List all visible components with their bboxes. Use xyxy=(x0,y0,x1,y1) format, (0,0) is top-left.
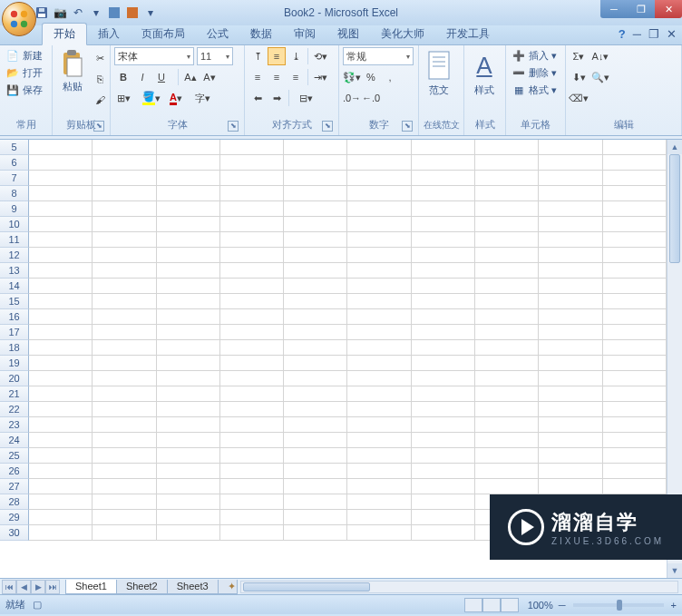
cell[interactable] xyxy=(220,494,284,510)
bold-button[interactable]: B xyxy=(114,68,132,86)
cell[interactable] xyxy=(93,309,156,325)
cell[interactable] xyxy=(412,479,475,494)
cell[interactable] xyxy=(412,371,475,386)
cell[interactable] xyxy=(93,340,156,356)
cell[interactable] xyxy=(29,248,93,263)
cell[interactable] xyxy=(157,140,220,155)
cell[interactable] xyxy=(93,386,156,402)
cell[interactable] xyxy=(475,294,539,309)
cell[interactable] xyxy=(412,294,475,309)
cell[interactable] xyxy=(220,279,284,294)
cell[interactable] xyxy=(220,140,284,155)
align-right-button[interactable]: ≡ xyxy=(287,68,305,86)
hscroll-thumb[interactable] xyxy=(243,582,370,592)
cell[interactable] xyxy=(284,217,347,232)
cell[interactable] xyxy=(539,386,602,402)
find-button[interactable]: 🔍▾ xyxy=(589,68,612,86)
cell[interactable] xyxy=(412,525,475,541)
row-header[interactable]: 26 xyxy=(0,464,29,479)
delete-cells-button[interactable]: ➖删除 ▾ xyxy=(510,64,559,81)
cell[interactable] xyxy=(347,263,411,279)
row-header[interactable]: 9 xyxy=(0,201,29,217)
cell[interactable] xyxy=(347,494,411,510)
cell[interactable] xyxy=(220,201,284,217)
cell[interactable] xyxy=(347,371,411,386)
maximize-button[interactable]: ❐ xyxy=(628,0,655,18)
cell[interactable] xyxy=(603,294,667,309)
cell[interactable] xyxy=(29,510,93,525)
cell[interactable] xyxy=(284,464,347,479)
cell[interactable] xyxy=(284,525,347,541)
cell[interactable] xyxy=(157,171,220,186)
cell[interactable] xyxy=(93,402,156,417)
copy-button[interactable]: ⎘ xyxy=(91,70,109,88)
font-color-button[interactable]: A▾ xyxy=(164,89,188,107)
cell[interactable] xyxy=(157,217,220,232)
cell[interactable] xyxy=(412,263,475,279)
cell[interactable] xyxy=(284,294,347,309)
decrease-indent-button[interactable]: ⬅ xyxy=(248,89,267,107)
cell[interactable] xyxy=(29,433,93,448)
open-button[interactable]: 📂打开 xyxy=(4,64,44,81)
cell[interactable] xyxy=(157,448,220,464)
align-bottom-button[interactable]: ⤓ xyxy=(287,47,305,65)
cell[interactable] xyxy=(412,356,475,371)
cell[interactable] xyxy=(347,248,411,263)
cell[interactable] xyxy=(347,340,411,356)
align-middle-button[interactable]: ≡ xyxy=(268,47,286,65)
cell[interactable] xyxy=(603,325,667,340)
percent-button[interactable]: % xyxy=(362,68,380,86)
tab-developer[interactable]: 开发工具 xyxy=(435,24,501,44)
cell[interactable] xyxy=(220,232,284,248)
cell[interactable] xyxy=(475,171,539,186)
tab-review[interactable]: 审阅 xyxy=(283,24,326,44)
cell-styles-button[interactable]: A 样式 xyxy=(468,47,501,99)
macro-record-icon[interactable]: ▢ xyxy=(33,599,42,611)
cell[interactable] xyxy=(157,402,220,417)
cell[interactable] xyxy=(157,325,220,340)
cell[interactable] xyxy=(347,356,411,371)
cell[interactable] xyxy=(220,248,284,263)
tab-beautify[interactable]: 美化大师 xyxy=(370,24,435,44)
cell[interactable] xyxy=(220,217,284,232)
cell[interactable] xyxy=(157,263,220,279)
cell[interactable] xyxy=(93,248,156,263)
page-break-view-button[interactable] xyxy=(501,598,519,612)
row-header[interactable]: 19 xyxy=(0,356,29,371)
font-name-combo[interactable]: 宋体▾ xyxy=(114,47,194,65)
cell[interactable] xyxy=(93,525,156,541)
cell[interactable] xyxy=(284,510,347,525)
cell[interactable] xyxy=(29,494,93,510)
cell[interactable] xyxy=(93,186,156,201)
cell[interactable] xyxy=(412,309,475,325)
cell[interactable] xyxy=(284,417,347,433)
cell[interactable] xyxy=(539,340,602,356)
cell[interactable] xyxy=(157,371,220,386)
increase-decimal-button[interactable]: .0→ xyxy=(343,89,361,107)
zoom-out-button[interactable]: ─ xyxy=(559,600,566,611)
cell[interactable] xyxy=(29,309,93,325)
sheet-tab-3[interactable]: Sheet3 xyxy=(167,580,219,594)
cell[interactable] xyxy=(157,494,220,510)
help-icon[interactable]: ? xyxy=(619,27,626,41)
cell[interactable] xyxy=(284,140,347,155)
cell[interactable] xyxy=(93,217,156,232)
cell[interactable] xyxy=(93,371,156,386)
cell[interactable] xyxy=(603,201,667,217)
cell[interactable] xyxy=(347,140,411,155)
cell[interactable] xyxy=(284,479,347,494)
cell[interactable] xyxy=(29,263,93,279)
cell[interactable] xyxy=(93,263,156,279)
cell[interactable] xyxy=(29,294,93,309)
cell[interactable] xyxy=(93,201,156,217)
cell[interactable] xyxy=(347,279,411,294)
cell[interactable] xyxy=(284,448,347,464)
clear-button[interactable]: ⌫▾ xyxy=(570,89,588,107)
cell[interactable] xyxy=(157,417,220,433)
cell[interactable] xyxy=(157,433,220,448)
cell[interactable] xyxy=(603,356,667,371)
cell[interactable] xyxy=(29,356,93,371)
cell[interactable] xyxy=(539,217,602,232)
cell[interactable] xyxy=(475,201,539,217)
cell[interactable] xyxy=(475,464,539,479)
